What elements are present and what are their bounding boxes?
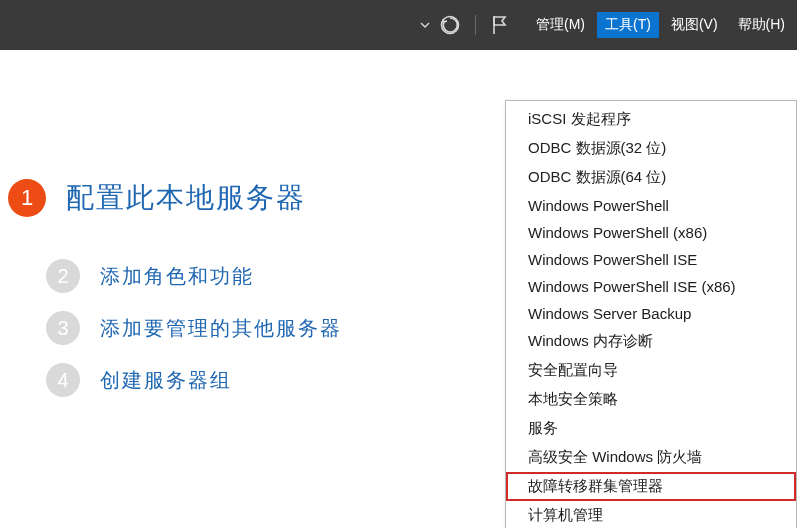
menu-help[interactable]: 帮助(H) <box>730 12 793 38</box>
menu-tools[interactable]: 工具(T) <box>597 12 659 38</box>
quickstart-step-number: 2 <box>46 259 80 293</box>
tools-menu-item[interactable]: ODBC 数据源(64 位) <box>506 163 796 192</box>
tools-menu-item[interactable]: Windows PowerShell (x86) <box>506 219 796 246</box>
tools-menu-item[interactable]: 高级安全 Windows 防火墙 <box>506 443 796 472</box>
top-bar: 管理(M) 工具(T) 视图(V) 帮助(H) <box>0 0 797 50</box>
tools-dropdown: iSCSI 发起程序 ODBC 数据源(32 位) ODBC 数据源(64 位)… <box>505 100 797 528</box>
tools-menu-item[interactable]: 安全配置向导 <box>506 356 796 385</box>
menu-view[interactable]: 视图(V) <box>663 12 726 38</box>
quickstart-list: 1 配置此本地服务器 2 添加角色和功能 3 添加要管理的其他服务器 4 创建服… <box>8 170 342 406</box>
quickstart-step[interactable]: 3 添加要管理的其他服务器 <box>46 302 342 354</box>
tools-menu-item[interactable]: ODBC 数据源(32 位) <box>506 134 796 163</box>
refresh-icon[interactable] <box>439 14 461 36</box>
tools-menu-item[interactable]: Windows 内存诊断 <box>506 327 796 356</box>
topbar-separator <box>475 15 476 35</box>
dropdown-caret-icon[interactable] <box>419 19 431 31</box>
quickstart-step[interactable]: 2 添加角色和功能 <box>46 250 342 302</box>
flag-icon[interactable] <box>490 14 510 36</box>
quickstart-step-label: 配置此本地服务器 <box>66 179 306 217</box>
quickstart-step-number: 1 <box>8 179 46 217</box>
menu-bar: 管理(M) 工具(T) 视图(V) 帮助(H) <box>528 12 797 38</box>
tools-menu-item[interactable]: 本地安全策略 <box>506 385 796 414</box>
menu-manage[interactable]: 管理(M) <box>528 12 593 38</box>
tools-menu-item[interactable]: 计算机管理 <box>506 501 796 528</box>
topbar-icon-group <box>419 14 510 36</box>
tools-menu-item[interactable]: 服务 <box>506 414 796 443</box>
quickstart-step-label: 添加角色和功能 <box>100 263 254 290</box>
tools-menu-item[interactable]: Windows PowerShell <box>506 192 796 219</box>
tools-menu-item[interactable]: Windows Server Backup <box>506 300 796 327</box>
tools-menu-item[interactable]: Windows PowerShell ISE <box>506 246 796 273</box>
tools-menu-item[interactable]: Windows PowerShell ISE (x86) <box>506 273 796 300</box>
quickstart-step-number: 3 <box>46 311 80 345</box>
quickstart-step-label: 添加要管理的其他服务器 <box>100 315 342 342</box>
content-area: 1 配置此本地服务器 2 添加角色和功能 3 添加要管理的其他服务器 4 创建服… <box>0 50 797 528</box>
quickstart-primary[interactable]: 1 配置此本地服务器 <box>8 170 342 226</box>
tools-menu-item-failover-cluster-manager[interactable]: 故障转移群集管理器 <box>506 472 796 501</box>
quickstart-step[interactable]: 4 创建服务器组 <box>46 354 342 406</box>
tools-menu-item[interactable]: iSCSI 发起程序 <box>506 105 796 134</box>
quickstart-step-number: 4 <box>46 363 80 397</box>
quickstart-step-label: 创建服务器组 <box>100 367 232 394</box>
